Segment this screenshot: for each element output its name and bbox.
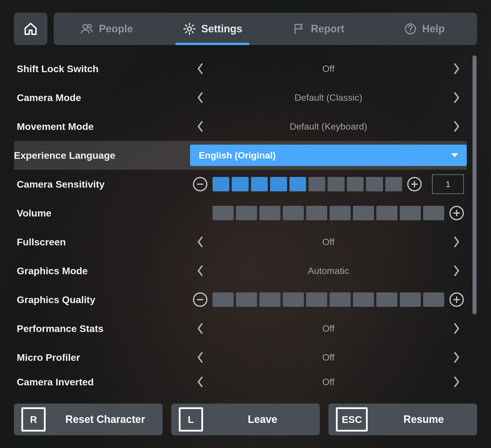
label-camera-sensitivity: Camera Sensitivity bbox=[17, 179, 193, 190]
slider-segment[interactable] bbox=[328, 177, 344, 191]
home-button[interactable] bbox=[14, 13, 47, 45]
chevron-right-icon[interactable] bbox=[449, 375, 464, 389]
chevron-right-icon[interactable] bbox=[449, 61, 464, 76]
slider-segment[interactable] bbox=[366, 177, 383, 191]
value-camera-sensitivity[interactable]: 1 bbox=[432, 174, 464, 194]
value-shift-lock: Off bbox=[207, 64, 449, 74]
slider-segment[interactable] bbox=[423, 292, 444, 307]
selector-camera-inverted: Off bbox=[193, 375, 464, 389]
chevron-left-icon[interactable] bbox=[193, 235, 207, 249]
value-graphics-mode: Automatic bbox=[207, 266, 449, 276]
slider-segment[interactable] bbox=[330, 292, 351, 307]
button-label: Reset Character bbox=[55, 413, 155, 425]
tab-people[interactable]: People bbox=[54, 13, 160, 45]
chevron-left-icon[interactable] bbox=[193, 90, 207, 105]
selector-graphics-mode: Automatic bbox=[193, 264, 464, 278]
chevron-right-icon[interactable] bbox=[449, 321, 464, 336]
slider-segment[interactable] bbox=[259, 292, 280, 307]
leave-button[interactable]: L Leave bbox=[171, 404, 320, 435]
slider-graphics-quality[interactable] bbox=[213, 292, 444, 307]
row-graphics-mode: Graphics Mode Automatic bbox=[14, 256, 467, 285]
label-performance-stats: Performance Stats bbox=[17, 323, 193, 334]
svg-point-4 bbox=[410, 31, 411, 32]
slider-segment[interactable] bbox=[251, 177, 268, 191]
slider-segment[interactable] bbox=[385, 177, 402, 191]
value-camera-inverted: Off bbox=[207, 377, 449, 387]
chevron-right-icon[interactable] bbox=[449, 235, 464, 249]
value-micro-profiler: Off bbox=[207, 352, 449, 363]
resume-button[interactable]: ESC Resume bbox=[328, 404, 477, 435]
slider-segment[interactable] bbox=[400, 206, 421, 220]
scrollbar-thumb[interactable] bbox=[473, 55, 477, 314]
dropdown-experience-language[interactable]: English (Original) bbox=[190, 145, 467, 166]
label-camera-inverted: Camera Inverted bbox=[17, 376, 193, 388]
chevron-right-icon[interactable] bbox=[449, 350, 464, 365]
selector-shift-lock: Off bbox=[193, 61, 464, 76]
chevron-right-icon[interactable] bbox=[449, 264, 464, 278]
plus-button[interactable] bbox=[407, 177, 422, 191]
slider-segment[interactable] bbox=[347, 177, 364, 191]
scrollbar-track[interactable] bbox=[473, 55, 477, 387]
chevron-left-icon[interactable] bbox=[193, 350, 207, 365]
slider-segment[interactable] bbox=[232, 177, 248, 191]
slider-segment[interactable] bbox=[259, 206, 280, 220]
label-volume: Volume bbox=[17, 208, 193, 219]
row-camera-sensitivity: Camera Sensitivity 1 bbox=[14, 170, 467, 199]
plus-button[interactable] bbox=[449, 206, 464, 220]
home-icon bbox=[23, 21, 39, 37]
row-fullscreen: Fullscreen Off bbox=[14, 227, 467, 256]
slider-segment[interactable] bbox=[423, 206, 444, 220]
chevron-left-icon[interactable] bbox=[193, 321, 207, 336]
slider-volume[interactable] bbox=[213, 206, 444, 220]
slider-segment[interactable] bbox=[283, 206, 304, 220]
slider-segment[interactable] bbox=[236, 292, 257, 307]
slider-segment[interactable] bbox=[353, 292, 374, 307]
tab-label: People bbox=[99, 23, 133, 35]
slider-segment[interactable] bbox=[400, 292, 421, 307]
label-micro-profiler: Micro Profiler bbox=[17, 352, 193, 363]
tab-report[interactable]: Report bbox=[265, 13, 371, 45]
chevron-right-icon[interactable] bbox=[449, 90, 464, 105]
minus-button[interactable] bbox=[193, 177, 207, 191]
chevron-left-icon[interactable] bbox=[193, 375, 207, 389]
label-graphics-quality: Graphics Quality bbox=[17, 294, 193, 305]
flag-icon bbox=[292, 22, 306, 36]
slider-segment[interactable] bbox=[283, 292, 304, 307]
slider-segment[interactable] bbox=[306, 206, 327, 220]
row-shift-lock: Shift Lock Switch Off bbox=[14, 54, 467, 83]
slider-segment[interactable] bbox=[308, 177, 325, 191]
chevron-left-icon[interactable] bbox=[193, 119, 207, 134]
slider-segment[interactable] bbox=[376, 206, 397, 220]
selector-micro-profiler: Off bbox=[193, 350, 464, 365]
slider-segment[interactable] bbox=[213, 206, 234, 220]
settings-panel: People Settings Report bbox=[0, 0, 491, 448]
label-shift-lock: Shift Lock Switch bbox=[17, 63, 193, 74]
tab-settings[interactable]: Settings bbox=[160, 13, 266, 45]
chevron-right-icon[interactable] bbox=[449, 119, 464, 134]
slider-segment[interactable] bbox=[306, 292, 327, 307]
reset-character-button[interactable]: R Reset Character bbox=[14, 404, 163, 435]
key-badge: ESC bbox=[336, 407, 368, 432]
selector-performance-stats: Off bbox=[193, 321, 464, 336]
slider-segment[interactable] bbox=[376, 292, 397, 307]
slider-segment[interactable] bbox=[236, 206, 257, 220]
slider-segment[interactable] bbox=[353, 206, 374, 220]
slider-segment[interactable] bbox=[213, 177, 229, 191]
stepper-volume bbox=[193, 206, 464, 220]
row-camera-mode: Camera Mode Default (Classic) bbox=[14, 83, 467, 112]
slider-segment[interactable] bbox=[270, 177, 287, 191]
value-movement-mode: Default (Keyboard) bbox=[207, 121, 449, 132]
slider-segment[interactable] bbox=[289, 177, 306, 191]
chevron-left-icon[interactable] bbox=[193, 264, 207, 278]
tab-help[interactable]: Help bbox=[371, 13, 477, 45]
slider-camera-sensitivity[interactable] bbox=[213, 177, 402, 191]
slider-segment[interactable] bbox=[330, 206, 351, 220]
key-badge: R bbox=[21, 407, 46, 432]
plus-button[interactable] bbox=[449, 292, 464, 307]
chevron-left-icon[interactable] bbox=[193, 61, 207, 76]
label-graphics-mode: Graphics Mode bbox=[17, 265, 193, 277]
svg-point-0 bbox=[83, 25, 88, 29]
minus-button[interactable] bbox=[193, 292, 207, 307]
row-performance-stats: Performance Stats Off bbox=[14, 314, 467, 343]
slider-segment[interactable] bbox=[213, 292, 234, 307]
